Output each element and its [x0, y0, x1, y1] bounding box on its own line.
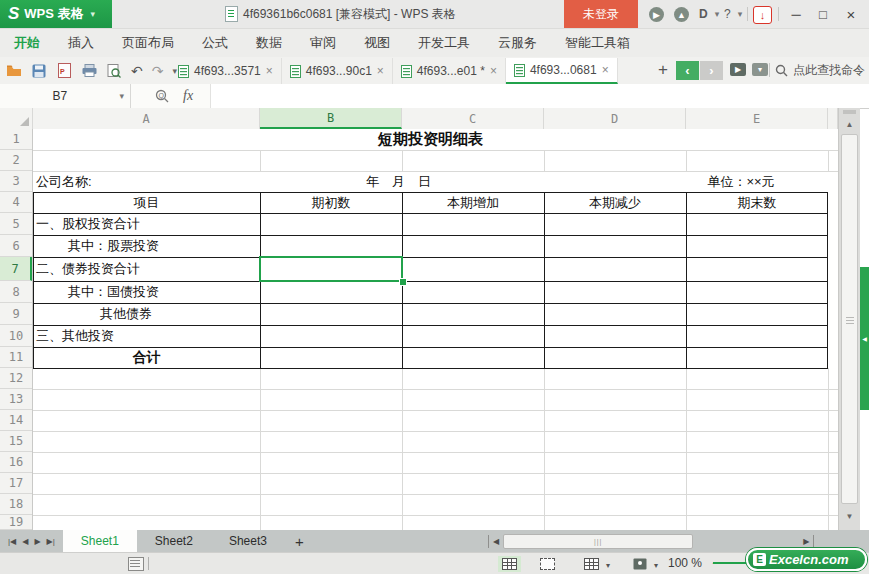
company-name-cell[interactable]: 公司名称:: [36, 171, 92, 192]
spreadsheet-grid[interactable]: 短期投资明细表 公司名称: 年 月 日 单位：××元 项目 期初数 本期增加 本…: [33, 129, 838, 530]
print-preview-icon[interactable]: [106, 63, 122, 79]
save-icon[interactable]: [31, 63, 47, 79]
scroll-down-icon[interactable]: ▼: [839, 508, 860, 524]
column-header-b-selected[interactable]: B: [260, 108, 402, 129]
select-all-corner[interactable]: [0, 108, 33, 129]
header-increase-cell[interactable]: 本期增加: [402, 192, 544, 213]
column-header-partial[interactable]: [828, 108, 838, 129]
split-handle[interactable]: [488, 535, 489, 548]
menu-tab-page-layout[interactable]: 页面布局: [108, 34, 188, 52]
minimize-button[interactable]: ─: [783, 0, 809, 28]
menu-tab-developer[interactable]: 开发工具: [404, 34, 484, 52]
row-header-3[interactable]: 3: [0, 171, 32, 192]
row-header-8[interactable]: 8: [0, 281, 32, 303]
zoom-level[interactable]: 100 %: [668, 556, 702, 570]
row-other-investment-cell[interactable]: 三、其他投资: [36, 325, 114, 347]
header-opening-cell[interactable]: 期初数: [260, 192, 402, 213]
row-header-2[interactable]: 2: [0, 150, 32, 171]
prev-sheet-icon[interactable]: ◀: [22, 537, 28, 546]
close-tab-icon[interactable]: ×: [266, 64, 273, 78]
normal-view-button[interactable]: [498, 556, 521, 572]
sheet-tab-sheet2[interactable]: Sheet2: [137, 530, 211, 552]
page-layout-view-button[interactable]: [580, 556, 603, 572]
chevron-down-icon[interactable]: ▾: [654, 561, 658, 570]
login-button[interactable]: 未登录: [564, 0, 638, 28]
close-tab-icon[interactable]: ×: [602, 63, 609, 77]
doc-tab-1[interactable]: 4f693...3571 ×: [170, 58, 282, 84]
column-header-e[interactable]: E: [686, 108, 828, 129]
maximize-button[interactable]: □: [810, 0, 836, 28]
scroll-right-icon[interactable]: ▶: [803, 537, 809, 546]
header-item-cell[interactable]: 项目: [33, 192, 260, 213]
split-handle[interactable]: [843, 110, 856, 114]
row-stock-investment-cell[interactable]: 其中：股票投资: [68, 235, 159, 257]
menu-tab-review[interactable]: 审阅: [296, 34, 350, 52]
doc-tab-2[interactable]: 4f693...90c1 ×: [282, 58, 393, 84]
redo-icon[interactable]: ↷: [152, 63, 164, 79]
menu-tab-smart-toolbox[interactable]: 智能工具箱: [551, 34, 644, 52]
row-bond-total-cell[interactable]: 二、债券投资合计: [36, 257, 140, 281]
column-header-a[interactable]: A: [33, 108, 260, 129]
row-header-19[interactable]: 19: [0, 515, 32, 530]
add-sheet-button[interactable]: +: [285, 533, 314, 550]
menu-tab-formulas[interactable]: 公式: [188, 34, 242, 52]
reading-layout-button[interactable]: [628, 556, 651, 572]
last-sheet-icon[interactable]: ▶|: [47, 537, 55, 546]
menu-tab-view[interactable]: 视图: [350, 34, 404, 52]
hscroll-thumb[interactable]: |||: [503, 534, 693, 549]
row-header-13[interactable]: 13: [0, 389, 32, 410]
menu-tab-cloud[interactable]: 云服务: [484, 34, 551, 52]
doc-tab-3[interactable]: 4f693...e01 * ×: [393, 58, 506, 84]
arrange-icon[interactable]: ▾: [752, 63, 768, 76]
skin-icon[interactable]: ▶: [649, 7, 664, 22]
row-header-4[interactable]: 4: [0, 192, 32, 213]
side-panel-toggle[interactable]: ◀: [860, 267, 869, 410]
header-decrease-cell[interactable]: 本期减少: [544, 192, 686, 213]
fill-handle[interactable]: [399, 278, 407, 286]
row-header-1[interactable]: 1: [0, 129, 32, 150]
row-header-18[interactable]: 18: [0, 494, 32, 515]
tab-scroll-left-button[interactable]: ‹: [676, 61, 699, 80]
row-other-bonds-cell[interactable]: 其他债券: [100, 303, 152, 325]
row-header-16[interactable]: 16: [0, 452, 32, 473]
macro-record-icon[interactable]: [128, 557, 144, 571]
row-header-7[interactable]: 7: [0, 257, 32, 281]
close-button[interactable]: ×: [838, 0, 864, 28]
find-command-box[interactable]: 点此查找命令: [775, 57, 865, 84]
wps-menu-button[interactable]: S WPS 表格 ▾: [0, 0, 112, 28]
menu-tab-insert[interactable]: 插入: [54, 34, 108, 52]
open-folder-icon[interactable]: [6, 63, 22, 79]
help-icon[interactable]: ?▾: [724, 5, 742, 23]
date-cell[interactable]: 年 月 日: [366, 171, 431, 192]
close-tab-icon[interactable]: ×: [377, 64, 384, 78]
vertical-scrollbar[interactable]: ▲ ▼: [838, 108, 860, 530]
sheet-title-cell[interactable]: 短期投资明细表: [33, 129, 828, 150]
row-header-17[interactable]: 17: [0, 473, 32, 494]
selected-cell-b7[interactable]: [259, 256, 403, 282]
scroll-up-icon[interactable]: ▲: [839, 116, 860, 132]
insert-function-button[interactable]: fx: [183, 84, 193, 108]
export-pdf-icon[interactable]: P: [56, 63, 72, 79]
page-break-view-button[interactable]: [536, 556, 559, 572]
row-treasury-bond-cell[interactable]: 其中：国债投资: [68, 281, 159, 303]
row-total-cell[interactable]: 合计: [33, 347, 260, 368]
column-header-c[interactable]: C: [402, 108, 544, 129]
row-header-15[interactable]: 15: [0, 431, 32, 452]
print-icon[interactable]: [81, 63, 97, 79]
docer-icon[interactable]: D▾: [699, 5, 719, 23]
chevron-down-icon[interactable]: ▾: [606, 561, 610, 570]
scroll-left-icon[interactable]: ◀: [493, 537, 499, 546]
unit-cell[interactable]: 单位：××元: [686, 171, 796, 192]
next-sheet-icon[interactable]: ▶: [34, 537, 40, 546]
row-header-11[interactable]: 11: [0, 347, 32, 368]
magnifier-icon[interactable]: Q: [155, 89, 169, 103]
menu-tab-data[interactable]: 数据: [242, 34, 296, 52]
split-handle[interactable]: [813, 535, 814, 548]
first-sheet-icon[interactable]: |◀: [8, 537, 16, 546]
sheet-tab-sheet1[interactable]: Sheet1: [63, 530, 137, 552]
row-equity-total-cell[interactable]: 一、股权投资合计: [36, 213, 140, 235]
menu-tab-home[interactable]: 开始: [0, 34, 54, 52]
formula-input[interactable]: [210, 84, 869, 108]
doc-tab-4-active[interactable]: 4f693...0681 ×: [506, 58, 618, 84]
row-header-14[interactable]: 14: [0, 410, 32, 431]
